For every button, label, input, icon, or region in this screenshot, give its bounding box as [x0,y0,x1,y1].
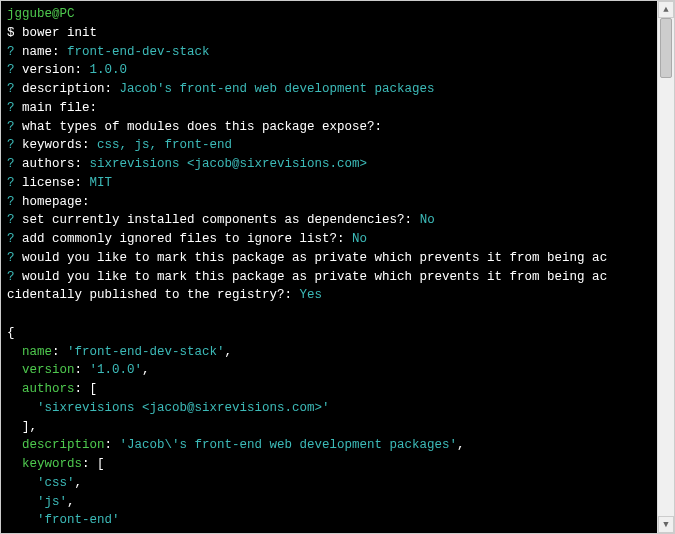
q-homepage-label: homepage: [22,195,90,209]
json-kw1: 'css' [37,476,75,490]
q-license-value: MIT [90,176,113,190]
q-private2-label: would you like to mark this package as p… [22,270,607,284]
json-version-key: version [22,363,75,377]
q-name-value: front-end-dev-stack [67,45,210,59]
json-kw3: 'front-end' [37,513,120,527]
scrollbar[interactable]: ▲ ▼ [657,1,674,533]
q-ignore-value: No [352,232,367,246]
q-keywords-value: css, js, front-end [97,138,232,152]
q-desc-value: Jacob's front-end web development packag… [120,82,435,96]
terminal-content[interactable]: jggube@PC$ bower init? name: front-end-d… [1,1,657,533]
q-ignore-label: add commonly ignored files to ignore lis… [22,232,345,246]
q-license-label: license: [22,176,82,190]
q-name-label: name: [22,45,60,59]
q-deps-label: set currently installed components as de… [22,213,412,227]
scroll-down-button[interactable]: ▼ [658,516,674,533]
q-authors-label: authors: [22,157,82,171]
scroll-track[interactable] [658,18,674,516]
q-private-value: Yes [300,288,323,302]
q-main-label: main file: [22,101,97,115]
q-deps-value: No [420,213,435,227]
q-version-label: version: [22,63,82,77]
json-keywords-key: keywords [22,457,82,471]
json-name-key: name [22,345,52,359]
scroll-thumb[interactable] [660,18,672,78]
json-version-val: '1.0.0' [90,363,143,377]
q-desc-label: description: [22,82,112,96]
q-private1-label: would you like to mark this package as p… [22,251,607,265]
command: $ bower init [7,24,651,43]
question-mark: ? [7,45,15,59]
json-kw2: 'js' [37,495,67,509]
q-keywords-label: keywords: [22,138,90,152]
q-types-label: what types of modules does this package … [22,120,382,134]
json-name-val: 'front-end-dev-stack' [67,345,225,359]
json-author-item: 'sixrevisions <jacob@sixrevisions.com>' [37,401,330,415]
json-authors-key: authors [22,382,75,396]
json-desc-key: description [22,438,105,452]
scroll-up-button[interactable]: ▲ [658,1,674,18]
json-open: { [7,324,651,343]
q-private-cont: cidentally published to the registry?: [7,288,292,302]
q-version-value: 1.0.0 [90,63,128,77]
q-authors-value: sixrevisions <jacob@sixrevisions.com> [90,157,368,171]
terminal-window: jggube@PC$ bower init? name: front-end-d… [0,0,675,534]
json-desc-val: 'Jacob\'s front-end web development pack… [120,438,458,452]
user-host: jggube@PC [7,7,75,21]
